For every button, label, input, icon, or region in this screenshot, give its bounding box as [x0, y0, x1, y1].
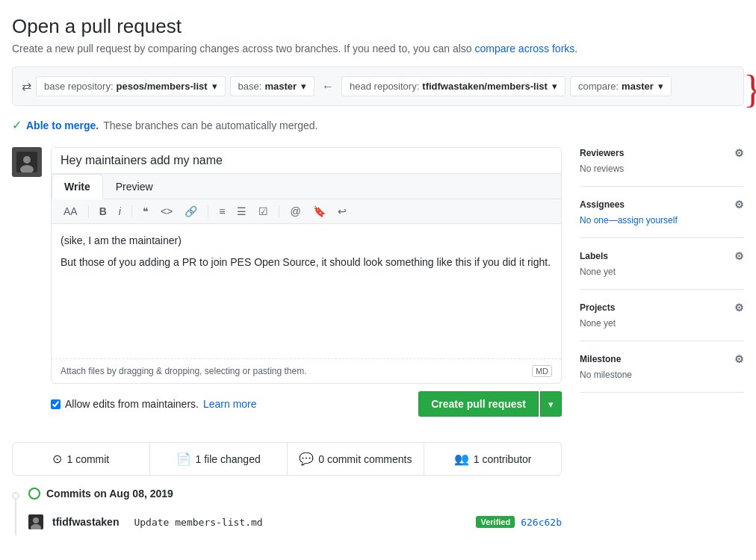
assignees-label: Assignees: [580, 199, 625, 210]
toolbar-quote-btn[interactable]: ❝: [140, 204, 152, 219]
page-subtitle: Create a new pull request by comparing c…: [12, 43, 744, 55]
compare-branch-caret: ▾: [658, 81, 663, 92]
sidebar-milestone-header: Milestone ⚙: [580, 353, 744, 365]
stats-bar: ⊙ 1 commit 📄 1 file changed 💬 0 commit c…: [12, 442, 562, 476]
editor-body[interactable]: (sike, I am the maintainer) But those of…: [52, 224, 561, 358]
editor-toolbar: AA B i ❝ <> 🔗 ≡ ☰ ☑ @ 🔖: [52, 199, 561, 224]
labels-value: None yet: [580, 267, 744, 277]
commits-icon: ⊙: [52, 452, 62, 466]
svg-point-1: [23, 156, 31, 164]
toolbar-ol-btn[interactable]: ☰: [234, 204, 250, 219]
sidebar-labels-header: Labels ⚙: [580, 250, 744, 262]
toolbar-aa-btn[interactable]: AA: [61, 204, 81, 219]
head-repo-caret: ▾: [552, 81, 557, 92]
toolbar-divider-2: [131, 205, 132, 217]
avatar: [12, 147, 42, 177]
base-value: master: [264, 81, 297, 92]
assignees-gear-icon[interactable]: ⚙: [734, 199, 744, 211]
base-repo-value: pesos/members-list: [117, 81, 208, 92]
sidebar-milestone: Milestone ⚙ No milestone: [580, 341, 744, 393]
compare-label: compare:: [578, 81, 619, 92]
swap-icon: ⇄: [22, 79, 31, 93]
commit-author[interactable]: tfidfwastaken: [52, 516, 119, 528]
attach-text: Attach files by dragging & dropping, sel…: [61, 366, 307, 376]
commits-section: Commits on Aug 08, 2019 tfidfwastaken: [12, 488, 562, 535]
allow-edits-label[interactable]: Allow edits from maintainers. Learn more: [51, 398, 257, 410]
projects-gear-icon[interactable]: ⚙: [734, 302, 744, 314]
toolbar-ul-btn[interactable]: ≡: [216, 204, 228, 219]
toolbar-italic-btn[interactable]: i: [116, 204, 124, 219]
labels-gear-icon[interactable]: ⚙: [734, 250, 744, 262]
checkbox-row: Allow edits from maintainers. Learn more…: [51, 384, 562, 424]
compare-value: master: [622, 81, 654, 92]
tab-preview[interactable]: Preview: [103, 174, 166, 199]
branch-bar: ⇄ base repository: pesos/members-list ▾ …: [12, 66, 744, 106]
commit-message: Update members-list.md: [134, 517, 467, 528]
commits-count: 1 commit: [66, 453, 109, 465]
stats-commits[interactable]: ⊙ 1 commit: [13, 443, 150, 475]
compare-branch-selector[interactable]: compare: master ▾: [570, 76, 672, 96]
commit-sha[interactable]: 626c62b: [521, 517, 562, 528]
commit-item: tfidfwastaken Update members-list.md Ver…: [28, 508, 562, 535]
stats-contributors[interactable]: 👥 1 contributor: [424, 443, 561, 475]
assignees-value[interactable]: No one—assign yourself: [580, 215, 744, 225]
milestone-gear-icon[interactable]: ⚙: [734, 353, 744, 365]
timeline-dot: [12, 492, 19, 500]
sidebar-projects: Projects ⚙ None yet: [580, 290, 744, 341]
pr-sidebar: Reviewers ⚙ No reviews Assignees ⚙ No on…: [580, 147, 744, 535]
commits-date: Commits on Aug 08, 2019: [28, 488, 562, 500]
reviewers-label: Reviewers: [580, 148, 624, 158]
projects-value: None yet: [580, 318, 744, 329]
allow-edits-checkbox[interactable]: [51, 399, 61, 409]
milestone-value: No milestone: [580, 370, 744, 380]
toolbar-code-btn[interactable]: <>: [158, 204, 176, 219]
sidebar-labels: Labels ⚙ None yet: [580, 238, 744, 290]
submit-row: Create pull request ▾: [418, 391, 562, 417]
toolbar-bookmark-btn[interactable]: 🔖: [310, 204, 329, 219]
base-repo-caret: ▾: [212, 81, 217, 92]
base-label: base:: [238, 81, 262, 92]
allow-edits-text: Allow edits from maintainers.: [65, 398, 199, 410]
stats-files[interactable]: 📄 1 file changed: [150, 443, 288, 475]
learn-more-link[interactable]: Learn more: [203, 398, 257, 410]
base-repo-selector[interactable]: base repository: pesos/members-list ▾: [36, 76, 226, 96]
compare-forks-link[interactable]: compare across forks.: [474, 43, 577, 55]
contributors-count: 1 contributor: [474, 453, 532, 465]
head-repo-value: tfidfwastaken/members-list: [422, 81, 548, 92]
base-repo-label: base repository:: [44, 81, 114, 92]
pr-title-input[interactable]: [52, 148, 561, 174]
sidebar-reviewers: Reviewers ⚙ No reviews: [580, 147, 744, 187]
create-pr-dropdown[interactable]: ▾: [540, 391, 562, 417]
annotation: } Make sure this is fine: [743, 70, 756, 109]
toolbar-undo-btn[interactable]: ↩: [335, 204, 350, 219]
able-merge-link[interactable]: Able to merge.: [26, 119, 99, 131]
files-icon: 📄: [176, 452, 191, 466]
toolbar-mention-btn[interactable]: @: [287, 204, 303, 219]
labels-label: Labels: [580, 251, 608, 261]
toolbar-task-btn[interactable]: ☑: [255, 204, 271, 219]
toolbar-link-btn[interactable]: 🔗: [182, 204, 200, 219]
reviewers-gear-icon[interactable]: ⚙: [734, 147, 744, 159]
sidebar-assignees: Assignees ⚙ No one—assign yourself: [580, 187, 744, 238]
pr-form: Write Preview AA B i ❝ <> 🔗 ≡: [51, 147, 562, 384]
timeline: [12, 488, 19, 535]
merge-sub-text: These branches can be automatically merg…: [103, 119, 317, 131]
sidebar-reviewers-header: Reviewers ⚙: [580, 147, 744, 159]
commit-avatar: [28, 514, 43, 529]
verified-badge: Verified: [476, 516, 515, 528]
stats-comments[interactable]: 💬 0 commit comments: [288, 443, 425, 475]
base-branch-selector[interactable]: base: master ▾: [230, 76, 315, 96]
toolbar-divider-3: [208, 205, 208, 217]
svg-point-4: [33, 517, 39, 523]
date-label: Commits on Aug 08, 2019: [46, 488, 173, 500]
head-repo-selector[interactable]: head repository: tfidfwastaken/members-l…: [341, 76, 566, 96]
editor-tabs: Write Preview: [52, 174, 561, 199]
tab-write[interactable]: Write: [52, 174, 103, 199]
comments-count: 0 commit comments: [318, 453, 412, 465]
toolbar-divider-1: [88, 205, 89, 217]
create-pr-button[interactable]: Create pull request: [418, 391, 539, 417]
toolbar-bold-btn[interactable]: B: [96, 204, 110, 219]
contributors-icon: 👥: [454, 452, 469, 466]
timeline-line: [15, 500, 16, 535]
toolbar-divider-4: [279, 205, 279, 217]
